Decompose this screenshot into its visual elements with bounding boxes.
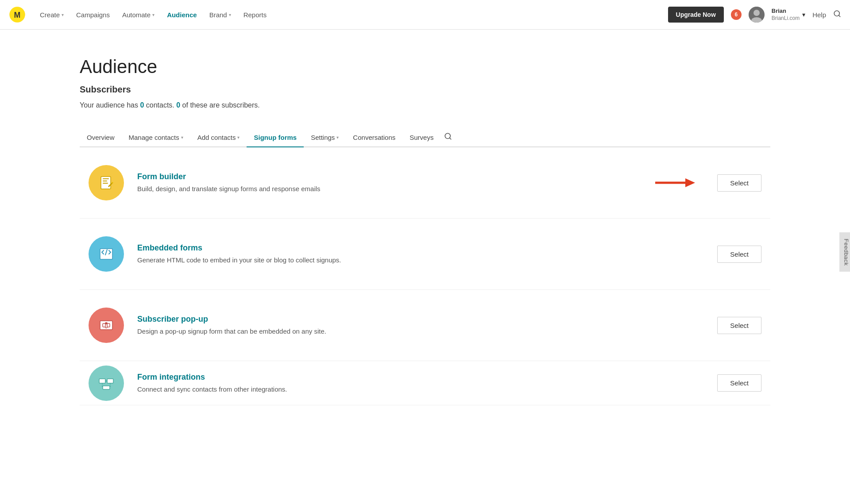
add-contacts-chevron-icon: ▾ — [237, 135, 240, 140]
embedded-forms-desc: Generate HTML code to embed in your site… — [137, 255, 717, 265]
tab-settings[interactable]: Settings ▾ — [304, 128, 346, 147]
subscriber-popup-select-button[interactable]: Select — [717, 317, 761, 334]
forms-list: Form builder Build, design, and translat… — [80, 147, 770, 405]
subscriber-popup-content: Subscriber pop-up Design a pop-up signup… — [137, 315, 717, 336]
subscriber-popup-title[interactable]: Subscriber pop-up — [137, 315, 717, 324]
tab-manage-contacts[interactable]: Manage contacts ▾ — [122, 128, 190, 147]
form-builder-select-button[interactable]: Select — [717, 174, 761, 192]
subscriber-popup-icon — [89, 308, 124, 343]
main-content: Audience Subscribers Your audience has 0… — [0, 30, 850, 423]
embedded-forms-content: Embedded forms Generate HTML code to emb… — [137, 243, 717, 265]
brand-chevron-icon: ▾ — [229, 12, 231, 17]
nav-audience[interactable]: Audience — [162, 8, 202, 21]
nav-campaigns[interactable]: Campaigns — [71, 8, 115, 21]
tab-overview[interactable]: Overview — [80, 128, 122, 147]
embedded-forms-select-button[interactable]: Select — [717, 246, 761, 263]
form-integrations-desc: Connect and sync contacts from other int… — [137, 385, 717, 394]
tab-surveys[interactable]: Surveys — [402, 128, 440, 147]
tab-conversations[interactable]: Conversations — [346, 128, 402, 147]
form-item-subscriber-popup: Subscriber pop-up Design a pop-up signup… — [80, 290, 770, 361]
settings-chevron-icon: ▾ — [336, 135, 339, 140]
user-menu-chevron-icon: ▾ — [802, 11, 805, 18]
svg-line-6 — [838, 15, 840, 16]
svg-marker-14 — [685, 178, 695, 187]
help-link[interactable]: Help — [812, 11, 826, 19]
mailchimp-logo[interactable]: M — [9, 6, 26, 23]
automate-chevron-icon: ▾ — [152, 12, 155, 17]
form-builder-desc: Build, design, and translate signup form… — [137, 184, 717, 193]
svg-rect-11 — [103, 181, 107, 181]
svg-rect-20 — [105, 323, 107, 324]
form-integrations-content: Form integrations Connect and sync conta… — [137, 373, 717, 394]
svg-point-3 — [753, 10, 760, 16]
svg-rect-10 — [103, 178, 109, 179]
navbar-right: Upgrade Now 6 Brian BrianLi.com ▾ Help — [668, 7, 841, 23]
notification-badge[interactable]: 6 — [731, 9, 742, 20]
create-chevron-icon: ▾ — [62, 12, 64, 17]
search-icon[interactable] — [833, 10, 841, 20]
svg-rect-21 — [99, 379, 105, 383]
svg-text:M: M — [14, 11, 21, 19]
form-item-form-integrations: Form integrations Connect and sync conta… — [80, 361, 770, 405]
avatar[interactable] — [749, 7, 765, 23]
form-builder-title[interactable]: Form builder — [137, 172, 717, 181]
red-arrow — [655, 176, 695, 190]
feedback-tab[interactable]: Feedback — [839, 232, 850, 272]
form-item-embedded-forms: Embedded forms Generate HTML code to emb… — [80, 219, 770, 290]
contacts-count: 0 — [140, 101, 144, 109]
nav-reports[interactable]: Reports — [238, 8, 272, 21]
section-subtitle: Subscribers — [80, 85, 770, 95]
user-menu[interactable]: Brian BrianLi.com ▾ — [772, 8, 805, 22]
tab-add-contacts[interactable]: Add contacts ▾ — [190, 128, 247, 147]
embedded-forms-title[interactable]: Embedded forms — [137, 243, 717, 253]
nav-brand[interactable]: Brand ▾ — [204, 8, 236, 21]
form-builder-content: Form builder Build, design, and translat… — [137, 172, 717, 193]
svg-line-8 — [450, 138, 451, 139]
nav-automate[interactable]: Automate ▾ — [117, 8, 160, 21]
upgrade-now-button[interactable]: Upgrade Now — [668, 7, 724, 23]
subscribers-count: 0 — [176, 101, 180, 109]
tab-signup-forms[interactable]: Signup forms — [247, 128, 304, 147]
form-integrations-title[interactable]: Form integrations — [137, 373, 717, 382]
subscriber-popup-desc: Design a pop-up signup form that can be … — [137, 327, 717, 336]
sub-nav: Overview Manage contacts ▾ Add contacts … — [80, 128, 770, 147]
form-item-form-builder: Form builder Build, design, and translat… — [80, 147, 770, 219]
audience-description: Your audience has 0 contacts. 0 of these… — [80, 100, 770, 111]
svg-rect-15 — [100, 249, 112, 259]
form-builder-icon — [89, 165, 124, 200]
form-integrations-icon — [89, 365, 124, 401]
svg-rect-12 — [103, 183, 108, 184]
navbar: M Create ▾ Campaigns Automate ▾ Audience… — [0, 0, 850, 30]
nav-links: Create ▾ Campaigns Automate ▾ Audience B… — [35, 8, 668, 21]
embedded-forms-icon — [89, 236, 124, 272]
svg-rect-22 — [107, 379, 113, 383]
nav-create[interactable]: Create ▾ — [35, 8, 69, 21]
sub-nav-search-icon[interactable] — [444, 132, 452, 142]
manage-contacts-chevron-icon: ▾ — [181, 135, 183, 140]
svg-rect-24 — [103, 386, 110, 389]
form-integrations-select-button[interactable]: Select — [717, 374, 761, 392]
page-title: Audience — [80, 56, 770, 77]
